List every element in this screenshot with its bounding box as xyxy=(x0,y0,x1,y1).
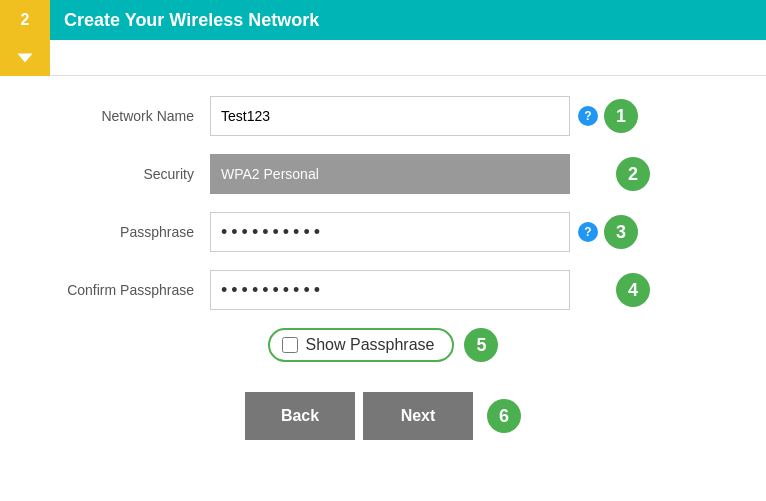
security-row: Security 2 xyxy=(40,154,726,194)
step-badge-2: 2 xyxy=(616,157,650,191)
security-label: Security xyxy=(40,166,210,182)
svg-marker-0 xyxy=(18,54,33,63)
next-button[interactable]: Next xyxy=(363,392,473,440)
confirm-passphrase-row: Confirm Passphrase 4 xyxy=(40,270,726,310)
passphrase-help-icon[interactable]: ? xyxy=(578,222,598,242)
network-name-row: Network Name ? 1 xyxy=(40,96,726,136)
network-name-input[interactable] xyxy=(210,96,570,136)
buttons-row: Back Next 6 xyxy=(40,392,726,440)
chevron-row xyxy=(0,40,766,76)
show-passphrase-label[interactable]: Show Passphrase xyxy=(306,336,435,354)
step-badge-1: 1 xyxy=(604,99,638,133)
passphrase-row: Passphrase ? 3 xyxy=(40,212,726,252)
show-passphrase-checkbox[interactable] xyxy=(282,337,298,353)
show-passphrase-row: Show Passphrase 5 xyxy=(40,328,726,362)
network-name-label: Network Name xyxy=(40,108,210,124)
passphrase-label: Passphrase xyxy=(40,224,210,240)
back-button[interactable]: Back xyxy=(245,392,355,440)
page-header: 2 Create Your Wireless Network xyxy=(0,0,766,40)
security-input[interactable] xyxy=(210,154,570,194)
show-passphrase-wrapper: Show Passphrase xyxy=(268,328,455,362)
network-name-help-icon[interactable]: ? xyxy=(578,106,598,126)
confirm-passphrase-label: Confirm Passphrase xyxy=(40,282,210,298)
main-content: Network Name ? 1 Security 2 Passphrase ?… xyxy=(0,76,766,440)
passphrase-input[interactable] xyxy=(210,212,570,252)
chevron-bar[interactable] xyxy=(0,40,50,76)
step-badge-6: 6 xyxy=(487,399,521,433)
step-badge-3: 3 xyxy=(604,215,638,249)
confirm-passphrase-input[interactable] xyxy=(210,270,570,310)
step-badge-5: 5 xyxy=(464,328,498,362)
step-badge-4: 4 xyxy=(616,273,650,307)
chevron-down-icon xyxy=(16,49,34,67)
page-title: Create Your Wireless Network xyxy=(50,10,319,31)
step-number: 2 xyxy=(0,0,50,40)
